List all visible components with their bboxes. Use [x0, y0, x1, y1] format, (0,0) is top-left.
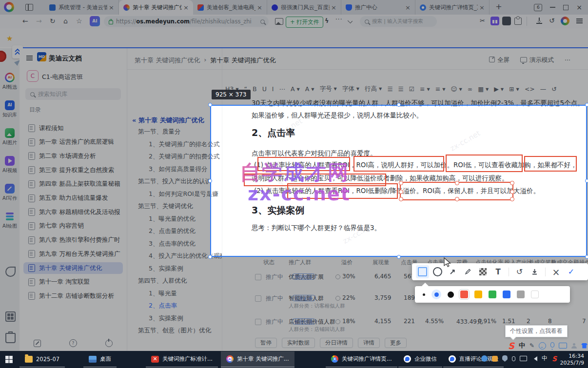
toc-item[interactable]: 第五节、创意（图片）优化 [138, 327, 228, 335]
extension-grid-icon[interactable] [490, 17, 499, 25]
search-icon[interactable] [260, 19, 265, 24]
toc-title[interactable]: « 第十章 关键词推广优化 [132, 116, 204, 125]
app-tray-icon[interactable] [492, 356, 498, 362]
browser-logo-icon[interactable] [4, 2, 14, 12]
mosaic-tool[interactable] [476, 265, 490, 278]
chapter-tree-item[interactable]: 第八章 热浪引擎和付费推广时 [23, 234, 123, 246]
help-icon[interactable]: ? [69, 339, 77, 347]
editor-tool[interactable]: 字体 ▾ [342, 85, 359, 93]
browser-tab[interactable]: 关键词推广详情页_万相 × [415, 0, 490, 15]
annotation-rect[interactable] [446, 155, 523, 172]
browser-tab[interactable]: 第十章 关键词推广优化 × [119, 0, 193, 15]
resize-handle[interactable] [399, 197, 403, 201]
back-icon[interactable]: ← [22, 17, 28, 25]
color-swatch[interactable] [503, 291, 510, 298]
chapter-tree-item[interactable]: 第二章 市场调查分析 [23, 150, 123, 162]
editor-tool[interactable]: ▶ ▾ [494, 85, 504, 93]
table-footer-button[interactable]: 详情 [358, 338, 380, 348]
chapter-tree-item[interactable]: 第九章 万相台无界关键词推广 [23, 248, 123, 260]
history-undo-icon[interactable]: ↺ [549, 17, 555, 24]
row-checkbox[interactable] [255, 295, 261, 302]
taskbar-app-button[interactable]: 企业微信 [398, 351, 442, 368]
editor-tool[interactable]: A ▾ [305, 85, 314, 93]
rectangle-tool[interactable] [416, 265, 429, 278]
editor-tool[interactable]: ≡ ▾ [420, 85, 430, 93]
mic-icon[interactable] [550, 342, 554, 348]
browser-tab[interactable]: 美迪创客_美迪电商_美 × [193, 0, 267, 15]
open-file-button[interactable]: + 打开文件 [286, 17, 323, 28]
favorites-star-icon[interactable]: ★ [6, 34, 13, 43]
tab-close-icon[interactable]: × [182, 4, 190, 11]
workspace-avatar[interactable]: C [27, 70, 39, 82]
selection-handle[interactable] [208, 103, 212, 107]
rail-item[interactable]: AI写作 [0, 184, 20, 202]
chapter-tree-item[interactable]: 第五章 助力店铺流量爆发 [23, 193, 123, 204]
toc-item[interactable]: 第三节、关键词优化 [138, 202, 228, 211]
table-header-cell[interactable]: 推广人群 [289, 259, 311, 266]
extensions-puzzle-icon[interactable] [514, 18, 522, 25]
minimize-icon[interactable] [550, 7, 555, 8]
color-swatch[interactable] [517, 291, 525, 298]
table-header-cell[interactable]: 状态 [263, 259, 274, 266]
editor-tool[interactable]: ↺ [551, 85, 556, 93]
table-header-cell[interactable]: 溢价 [341, 259, 353, 266]
restore-icon[interactable] [563, 5, 568, 10]
selection-handle[interactable] [208, 255, 212, 259]
selection-handle[interactable] [397, 103, 401, 107]
table-header-cell[interactable]: 展现量 [372, 259, 390, 266]
taskbar-app-button[interactable]: 2025-07 [20, 351, 65, 368]
start-button[interactable] [5, 356, 13, 363]
toc-item[interactable]: 第二节、投入产出比的认识 [138, 177, 228, 186]
briefcase-icon[interactable] [5, 333, 16, 343]
resize-handle[interactable] [455, 181, 459, 185]
annotation-rect[interactable] [524, 156, 577, 172]
extension-dark-icon[interactable] [502, 17, 511, 25]
resize-handle[interactable] [510, 181, 514, 185]
cancel-capture-button[interactable]: × [549, 265, 563, 278]
tab-group-icon[interactable] [25, 4, 33, 11]
plugin-icon[interactable] [5, 267, 16, 277]
chapter-tree-item[interactable]: 第十二章 店铺诊断数据分析 [23, 290, 123, 302]
mic-tray-icon[interactable] [512, 356, 515, 361]
home-icon[interactable]: ⌂ [63, 17, 68, 25]
editor-tool[interactable]: ▦ ▾ [478, 85, 489, 93]
stroke-size-small[interactable] [423, 293, 425, 296]
fullscreen-button[interactable]: 全屏 [489, 56, 510, 64]
stroke-size-medium-selected[interactable] [431, 290, 441, 299]
taskbar-app-button[interactable]: 关键词推广标准计... [146, 351, 218, 368]
browser-tab[interactable]: 很强澳门风云_百度搜索 × [267, 0, 341, 15]
taskbar-clock[interactable]: 16:34 2025/7/9 [560, 353, 584, 367]
editor-tool[interactable]: 字号 ▾ [320, 85, 337, 93]
emoji-icon[interactable] [539, 342, 546, 349]
reload-icon[interactable]: ↻ [50, 17, 56, 25]
sogou-logo-icon[interactable]: S [508, 341, 514, 351]
editor-tool[interactable]: B [253, 85, 257, 93]
close-window-icon[interactable]: × [576, 5, 582, 10]
quick-launch-icon[interactable]: ϟ [325, 17, 329, 24]
volume-icon[interactable] [531, 356, 537, 361]
color-swatch[interactable] [489, 291, 496, 298]
selection-handle[interactable] [208, 179, 212, 183]
chapter-tree-item[interactable]: 第一章 运营推广的底层逻辑 [23, 136, 123, 148]
ime-tooltip[interactable]: 个性设置，点我看看 [505, 325, 568, 337]
chapter-tree-item[interactable]: 第十章 关键词推广优化 [23, 262, 123, 274]
resize-handle[interactable] [455, 197, 459, 201]
editor-tool[interactable]: ∞ [468, 85, 472, 93]
rail-item[interactable]: 知识库 [0, 100, 20, 118]
taskbar-app-button[interactable]: 第十章 关键词推广... [221, 351, 294, 368]
chapter-tree-item[interactable]: 第七章 内容营销 [23, 220, 123, 232]
selection-handle[interactable] [585, 255, 588, 259]
edit-icon[interactable] [34, 340, 41, 347]
tab-close-icon[interactable]: × [330, 4, 338, 11]
account-icon[interactable] [571, 343, 577, 349]
save-download-tool[interactable] [528, 265, 541, 278]
editor-tool[interactable]: ⊞ ▾ [509, 85, 519, 93]
browser-hub-icon[interactable] [561, 17, 569, 25]
keyboard-icon[interactable] [559, 343, 567, 349]
undo-tool[interactable]: ↺ [513, 265, 526, 278]
annotation-rect-selected[interactable] [400, 182, 513, 200]
present-mode-button[interactable]: 演示模式 [520, 56, 554, 64]
taskbar-app-button[interactable]: 桌面 [83, 351, 117, 368]
color-swatch[interactable] [460, 291, 468, 298]
sogou-tray-icon[interactable]: S [552, 355, 557, 363]
